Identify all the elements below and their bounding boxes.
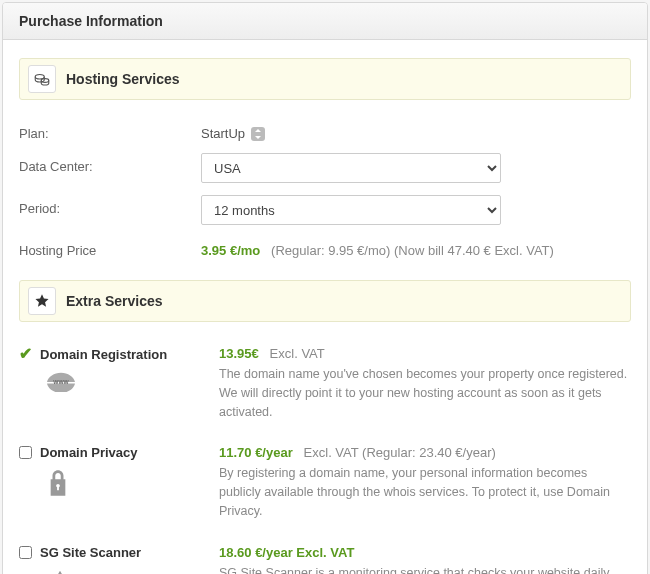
row-hosting-price: Hosting Price 3.95 €/mo (Regular: 9.95 €… xyxy=(19,231,631,264)
updown-icon xyxy=(251,127,265,141)
service-domain-privacy: Domain Privacy 11.70 €/year Excl. VAT (R… xyxy=(19,435,631,534)
star-icon xyxy=(28,287,56,315)
plan-value[interactable]: StartUp xyxy=(201,120,265,141)
page-title: Purchase Information xyxy=(3,3,647,40)
datacenter-label: Data Center: xyxy=(19,153,201,174)
www-icon: WWW xyxy=(47,372,219,392)
hosting-price-label: Hosting Price xyxy=(19,237,201,258)
hosting-price-value: 3.95 €/mo xyxy=(201,243,260,258)
datacenter-select[interactable]: USA xyxy=(201,153,501,183)
service-domain-registration: ✔ Domain Registration WWW 13.95€ Excl. V… xyxy=(19,336,631,435)
section-extras-bar: Extra Services xyxy=(19,280,631,322)
site-scanner-checkbox[interactable] xyxy=(19,546,32,559)
row-datacenter: Data Center: USA xyxy=(19,147,631,189)
service-regular: (Regular: 23.40 €/year) xyxy=(362,445,496,460)
service-price: 18.60 €/year Excl. VAT xyxy=(219,545,354,560)
lock-icon xyxy=(47,470,219,496)
service-title: SG Site Scanner xyxy=(40,545,141,560)
period-label: Period: xyxy=(19,195,201,216)
service-price: 13.95€ xyxy=(219,346,259,361)
section-hosting-title: Hosting Services xyxy=(66,71,180,87)
service-title: Domain Privacy xyxy=(40,445,138,460)
section-extras-title: Extra Services xyxy=(66,293,163,309)
row-period: Period: 12 months xyxy=(19,189,631,231)
purchase-panel: Purchase Information Hosting Services Pl… xyxy=(2,2,648,574)
section-hosting-bar: Hosting Services xyxy=(19,58,631,100)
service-desc: By registering a domain name, your perso… xyxy=(219,464,631,520)
service-desc: The domain name you've chosen becomes yo… xyxy=(219,365,631,421)
plan-value-text: StartUp xyxy=(201,126,245,141)
period-select[interactable]: 12 months xyxy=(201,195,501,225)
warning-icon xyxy=(47,570,219,575)
service-excl: Excl. VAT xyxy=(270,346,325,361)
coins-icon xyxy=(28,65,56,93)
row-plan: Plan: StartUp xyxy=(19,114,631,147)
svg-point-1 xyxy=(41,79,49,83)
service-title: Domain Registration xyxy=(40,347,167,362)
svg-text:WWW: WWW xyxy=(53,379,69,385)
service-site-scanner: SG Site Scanner 18.60 €/year Excl. VAT S… xyxy=(19,535,631,575)
hosting-price-nowbill: (Now bill 47.40 € Excl. VAT) xyxy=(394,243,554,258)
domain-privacy-checkbox[interactable] xyxy=(19,446,32,459)
panel-body: Hosting Services Plan: StartUp Data Cent… xyxy=(3,40,647,574)
service-desc: SG Site Scanner is a monitoring service … xyxy=(219,564,631,575)
service-excl: Excl. VAT xyxy=(304,445,359,460)
check-icon: ✔ xyxy=(19,346,32,362)
service-price: 11.70 €/year xyxy=(219,445,293,460)
plan-label: Plan: xyxy=(19,120,201,141)
hosting-price-regular: (Regular: 9.95 €/mo) xyxy=(271,243,390,258)
